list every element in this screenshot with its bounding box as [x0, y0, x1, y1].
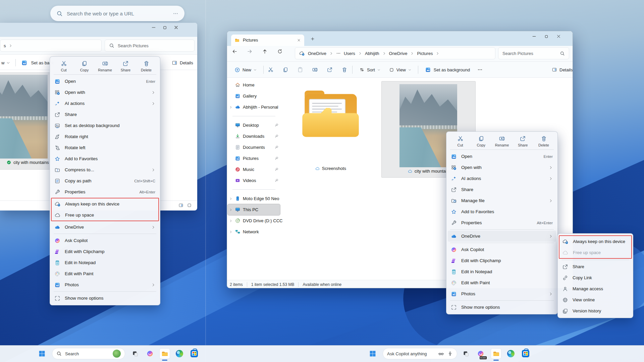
sort-button[interactable]: Sort — [357, 67, 382, 72]
start-button[interactable] — [368, 349, 378, 359]
rename-button[interactable]: Rename — [493, 135, 511, 147]
sidebar-item-dvd-drive[interactable]: DVD Drive (D:) CCC — [228, 215, 280, 226]
menu-item-edit-in-notepad[interactable]: Edit in Notepad — [51, 257, 159, 268]
submenu-item-version-history[interactable]: Version history — [559, 305, 632, 316]
paste-icon[interactable] — [297, 67, 303, 73]
menu-item-share[interactable]: Share — [448, 184, 556, 195]
left-file-tile[interactable]: city with mountains — [0, 72, 52, 170]
menu-item-copy-as-path[interactable]: Copy as pathCtrl+Shift+C — [51, 175, 159, 186]
sidebar-item-music[interactable]: Music — [228, 164, 280, 175]
sidebar-item-videos[interactable]: Videos — [228, 175, 280, 186]
file-explorer-button[interactable] — [491, 349, 501, 359]
sidebar-item-this-pc[interactable]: This PC — [228, 204, 280, 215]
sidebar-item-gallery[interactable]: Gallery — [228, 90, 280, 102]
breadcrumb-users[interactable]: Users — [344, 51, 355, 56]
delete-icon[interactable] — [341, 67, 347, 73]
new-tab-icon[interactable] — [310, 37, 315, 41]
submenu-item-always-keep-on-this-device[interactable]: Always keep on this device — [559, 236, 631, 247]
more-options-icon[interactable] — [477, 67, 483, 72]
copilot-button[interactable] — [145, 349, 155, 359]
back-icon[interactable] — [232, 49, 237, 54]
close-button[interactable] — [173, 25, 179, 30]
minimize-button[interactable] — [151, 25, 156, 30]
store-button[interactable] — [189, 349, 199, 359]
sidebar-item-pictures[interactable]: Pictures — [228, 153, 280, 164]
menu-item-onedrive[interactable]: OneDrive — [51, 222, 159, 233]
menu-item-open[interactable]: OpenEnter — [448, 151, 556, 162]
share-button[interactable]: Share — [117, 60, 135, 72]
menu-item-edit-with-clipchamp[interactable]: Edit with Clipchamp — [448, 255, 556, 266]
breadcrumb-bar[interactable]: OneDrive Users Abhijith OneDrive Picture… — [295, 47, 495, 59]
submenu-item-copy-link[interactable]: Copy Link — [559, 272, 632, 283]
menu-item-ask-copilot[interactable]: Ask Copilot — [51, 235, 159, 246]
microphone-icon[interactable] — [447, 351, 453, 356]
maximize-button[interactable] — [162, 25, 167, 30]
task-view-button[interactable] — [461, 349, 471, 359]
refresh-icon[interactable] — [277, 49, 283, 54]
menu-item-edit-with-paint[interactable]: Edit with Paint — [51, 268, 159, 279]
maximize-button[interactable] — [544, 34, 549, 39]
submenu-item-free-up-space[interactable]: Free up space — [559, 247, 631, 258]
sidebar-item-desktop[interactable]: Desktop — [228, 120, 280, 131]
m365-copilot-button[interactable]: M365 — [476, 349, 486, 359]
list-view-toggle-icon[interactable] — [178, 203, 183, 208]
taskbar-copilot-box[interactable]: Ask Copilot anything — [383, 348, 457, 359]
cut-button[interactable]: Cut — [451, 135, 469, 147]
sidebar-item-downloads[interactable]: Downloads — [228, 131, 280, 142]
more-options-icon[interactable] — [173, 11, 178, 16]
menu-item-manage-file[interactable]: Manage file — [448, 195, 556, 206]
sidebar-item-home[interactable]: Home — [228, 79, 280, 90]
breadcrumb-abhijith[interactable]: Abhijith — [365, 51, 379, 56]
submenu-item-share[interactable]: Share — [559, 261, 632, 272]
file-explorer-button[interactable] — [160, 349, 170, 359]
menu-item-edit-with-clipchamp[interactable]: Edit with Clipchamp — [51, 246, 159, 257]
menu-item-properties[interactable]: PropertiesAlt+Enter — [51, 186, 159, 197]
breadcrumb-pictures[interactable]: Pictures — [417, 51, 433, 56]
delete-button[interactable]: Delete — [137, 60, 155, 72]
menu-item-edit-with-paint[interactable]: Edit with Paint — [448, 277, 556, 288]
glasses-icon[interactable] — [438, 351, 444, 357]
web-search-bar[interactable]: Search the web or type a URL — [50, 6, 184, 21]
up-icon[interactable] — [262, 49, 268, 54]
menu-item-rotate-left[interactable]: Rotate left — [51, 142, 159, 153]
menu-item-ai-actions[interactable]: AI actions — [448, 173, 556, 184]
search-box[interactable]: Search Pictures — [498, 47, 569, 59]
edge-button[interactable] — [506, 349, 516, 359]
left-details-button[interactable]: Details — [172, 57, 193, 68]
taskbar-search-box[interactable]: Search — [52, 348, 125, 359]
menu-item-open-with[interactable]: Open with — [448, 162, 556, 173]
menu-item-free-up-space[interactable]: Free up space — [52, 209, 158, 221]
menu-item-properties[interactable]: PropertiesAlt+Enter — [448, 217, 556, 228]
menu-item-open[interactable]: OpenEnter — [51, 76, 159, 87]
close-button[interactable] — [556, 34, 561, 39]
copy-icon[interactable] — [282, 67, 288, 73]
forward-icon[interactable] — [247, 49, 253, 54]
new-button[interactable]: New — [232, 67, 259, 73]
submenu-item-view-online[interactable]: View online — [559, 294, 632, 305]
menu-item-always-keep-on-this-device[interactable]: Always keep on this device — [52, 198, 158, 209]
set-as-background-button[interactable]: Set as background — [423, 67, 472, 73]
minimize-button[interactable] — [532, 34, 537, 39]
menu-item-photos[interactable]: Photos — [448, 288, 556, 299]
sidebar-item-moto-edge[interactable]: Moto Edge 50 Neo — [228, 193, 280, 204]
left-breadcrumb[interactable]: s — [0, 40, 102, 52]
menu-item-onedrive[interactable]: OneDrive — [448, 231, 556, 242]
menu-item-open-with[interactable]: Open with — [51, 87, 159, 98]
menu-item-show-more-options[interactable]: Show more options — [51, 293, 159, 304]
submenu-item-manage-access[interactable]: Manage access — [559, 283, 632, 294]
sidebar-item-onedrive-personal[interactable]: Abhijith - Personal — [228, 102, 280, 113]
share-button[interactable]: Share — [514, 135, 532, 147]
delete-button[interactable]: Delete — [535, 135, 553, 147]
breadcrumb-overflow-icon[interactable] — [336, 51, 341, 56]
copy-button[interactable]: Copy — [472, 135, 490, 147]
cut-icon[interactable] — [268, 67, 274, 73]
menu-item-add-to-favorites[interactable]: Add to Favorites — [51, 153, 159, 164]
menu-item-set-as-desktop-background[interactable]: Set as desktop background — [51, 120, 159, 131]
menu-item-show-more-options[interactable]: Show more options — [448, 302, 556, 313]
thumbnail-view-toggle-icon[interactable] — [187, 203, 192, 208]
tab-close-icon[interactable] — [297, 38, 301, 42]
menu-item-rotate-right[interactable]: Rotate right — [51, 131, 159, 142]
search-highlight-image[interactable] — [113, 350, 121, 358]
start-button[interactable] — [37, 349, 47, 359]
menu-item-add-to-favorites[interactable]: Add to Favorites — [448, 206, 556, 217]
